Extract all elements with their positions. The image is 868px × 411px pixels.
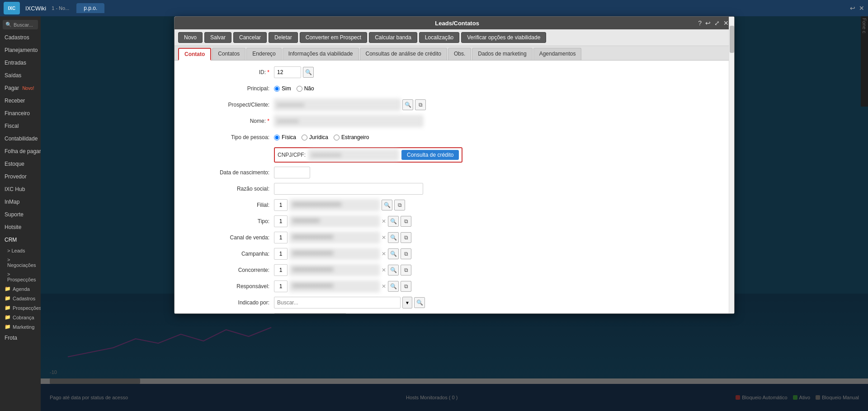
- tab-endereco[interactable]: Endereço: [246, 48, 281, 60]
- converter-button[interactable]: Converter em Prospect: [300, 32, 367, 43]
- canal-search-btn[interactable]: 🔍: [388, 232, 399, 243]
- canal-clear-btn[interactable]: ✕: [382, 234, 386, 241]
- concorrente-clear-btn[interactable]: ✕: [382, 267, 386, 273]
- scrollbar-thumb[interactable]: [730, 26, 734, 53]
- prospect-search-btn[interactable]: 🔍: [402, 99, 413, 110]
- sidebar-item-financeiro[interactable]: Financeiro: [0, 107, 41, 120]
- tipo-id-input[interactable]: [274, 215, 288, 227]
- indicado-input[interactable]: [274, 297, 401, 308]
- sidebar-item-ixchub[interactable]: IXC Hub: [0, 183, 41, 196]
- modal-help-btn[interactable]: ?: [698, 19, 702, 27]
- razao-input[interactable]: [274, 183, 423, 195]
- sidebar-item-leads[interactable]: > Leads: [0, 246, 41, 255]
- tipo-clear-btn[interactable]: ✕: [382, 218, 386, 224]
- concorrente-search-btn[interactable]: 🔍: [388, 265, 399, 276]
- deletar-button[interactable]: Deletar: [269, 32, 298, 43]
- canal-link-btn[interactable]: ⧉: [401, 232, 411, 243]
- top-undo-icon[interactable]: ↩: [850, 5, 855, 12]
- filial-search-btn[interactable]: 🔍: [382, 200, 392, 210]
- sidebar-item-entradas[interactable]: Entradas: [0, 56, 41, 69]
- app-tab[interactable]: p.p.o.: [76, 3, 104, 13]
- modal-history-btn[interactable]: ↩: [705, 19, 711, 27]
- sidebar-item-inmap[interactable]: InMap: [0, 196, 41, 208]
- sidebar-item-contabilidade[interactable]: Contabilidade: [0, 132, 41, 145]
- filial-id-input[interactable]: [274, 199, 288, 211]
- sidebar-item-frota[interactable]: Frota: [0, 332, 41, 344]
- sidebar-folder-cadastros[interactable]: 📁 Cadastros: [0, 294, 41, 303]
- top-close-icon[interactable]: ✕: [859, 5, 864, 12]
- responsavel-search-btn[interactable]: 🔍: [388, 281, 399, 292]
- tipo-search-btn[interactable]: 🔍: [388, 216, 399, 227]
- tipo-juridica-option[interactable]: Jurídica: [302, 134, 328, 140]
- salvar-button[interactable]: Salvar: [204, 32, 231, 43]
- top-bar-actions: ↩ ✕: [850, 5, 864, 12]
- tab-agendamentos[interactable]: Agendamentos: [533, 48, 582, 60]
- sidebar-item-negociacoes[interactable]: > Negociações: [0, 255, 41, 270]
- campanha-search-btn[interactable]: 🔍: [388, 248, 399, 259]
- calcular-button[interactable]: Calcular banda: [369, 32, 417, 43]
- tipo-link-btn[interactable]: ⧉: [401, 216, 411, 227]
- sidebar-item-prospeccoes[interactable]: > Prospecções: [0, 270, 41, 284]
- sidebar-item-estoque[interactable]: Estoque: [0, 158, 41, 170]
- tipo-estrangeiro-option[interactable]: Estrangeiro: [334, 134, 369, 140]
- cnpj-input[interactable]: [308, 149, 399, 160]
- id-search-btn[interactable]: 🔍: [303, 67, 314, 78]
- campanha-id-input[interactable]: [274, 248, 288, 260]
- concorrente-link-btn[interactable]: ⧉: [401, 265, 411, 276]
- sidebar-folder-cobranca[interactable]: 📁 Cobrança: [0, 313, 41, 322]
- tipo-juridica-radio[interactable]: [302, 135, 307, 140]
- tipo-estrangeiro-radio[interactable]: [334, 135, 340, 140]
- sidebar-folder-agenda[interactable]: 📁 Agenda: [0, 284, 41, 294]
- filial-link-btn[interactable]: ⧉: [394, 200, 405, 210]
- sidebar-item-provedor[interactable]: Provedor: [0, 170, 41, 183]
- cancelar-button[interactable]: Cancelar: [233, 32, 267, 43]
- sidebar-item-receber[interactable]: Receber: [0, 94, 41, 107]
- sidebar-item-crm[interactable]: CRM: [0, 234, 41, 246]
- sidebar-folder-marketing[interactable]: 📁 Marketing: [0, 322, 41, 332]
- principal-sim-option[interactable]: Sim: [274, 85, 291, 92]
- sidebar-item-cadastros[interactable]: Cadastros: [0, 31, 41, 44]
- campanha-link-btn[interactable]: ⧉: [401, 248, 411, 259]
- responsavel-id-input[interactable]: [274, 280, 288, 292]
- tab-contato[interactable]: Contato: [178, 48, 211, 61]
- modal-expand-btn[interactable]: ⤢: [714, 19, 720, 27]
- tipo-fisica-radio[interactable]: [274, 135, 280, 140]
- nome-input[interactable]: [274, 115, 423, 127]
- canal-id-input[interactable]: [274, 232, 288, 243]
- sidebar-folder-prospeccoes[interactable]: 📁 Prospecções: [0, 303, 41, 313]
- sidebar-item-suporte[interactable]: Suporte: [0, 208, 41, 221]
- campanha-clear-btn[interactable]: ✕: [382, 251, 386, 257]
- sidebar-search[interactable]: 🔍 Buscar...: [3, 20, 38, 29]
- indicado-dropdown-btn[interactable]: ▼: [402, 297, 412, 308]
- principal-sim-radio[interactable]: [274, 86, 280, 92]
- verificar-button[interactable]: Verificar opções de viabilidade: [461, 32, 546, 43]
- localizacao-button[interactable]: Localização: [419, 32, 459, 43]
- modal-scrollbar[interactable]: [729, 17, 734, 313]
- principal-nao-radio[interactable]: [297, 86, 302, 92]
- prospect-input[interactable]: [274, 99, 401, 111]
- concorrente-id-input[interactable]: [274, 264, 288, 276]
- sidebar-item-saidas[interactable]: Saídas: [0, 69, 41, 82]
- cadastro-input[interactable]: 13/02/2021 12:56:32: [274, 313, 346, 313]
- tab-obs[interactable]: Obs.: [448, 48, 471, 60]
- responsavel-clear-btn[interactable]: ✕: [382, 283, 386, 290]
- tab-contatos[interactable]: Contatos: [212, 48, 245, 60]
- sidebar-item-folha[interactable]: Folha de pagar.: [0, 145, 41, 158]
- tab-credito[interactable]: Consultas de análise de crédito: [360, 48, 447, 60]
- prospect-link-btn[interactable]: ⧉: [415, 99, 426, 110]
- sidebar-item-pagar[interactable]: Pagar Novo!: [0, 82, 41, 94]
- responsavel-link-btn[interactable]: ⧉: [401, 281, 411, 292]
- nascimento-input[interactable]: [274, 167, 310, 178]
- tab-viabilidade[interactable]: Informações da viabilidade: [283, 48, 359, 60]
- modal-close-btn[interactable]: ✕: [723, 19, 729, 27]
- tipo-fisica-option[interactable]: Física: [274, 134, 296, 140]
- sidebar-item-hotsite[interactable]: Hotsite: [0, 221, 41, 234]
- sidebar-item-fiscal[interactable]: Fiscal: [0, 120, 41, 132]
- id-input[interactable]: [274, 66, 301, 78]
- tab-marketing[interactable]: Dados de marketing: [472, 48, 532, 60]
- consulta-credito-btn[interactable]: Consulta de crédito: [401, 150, 459, 160]
- indicado-search-btn[interactable]: 🔍: [414, 297, 425, 308]
- sidebar-item-planejamento[interactable]: Planejamento: [0, 44, 41, 56]
- principal-nao-option[interactable]: Não: [297, 85, 314, 92]
- novo-button[interactable]: Novo: [178, 32, 203, 43]
